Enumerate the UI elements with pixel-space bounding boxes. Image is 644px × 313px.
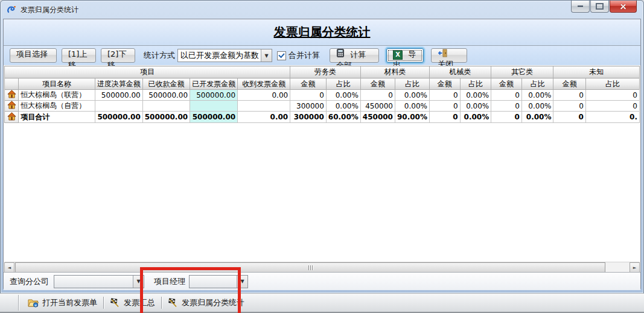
data-cell[interactable]: 0 <box>491 90 522 101</box>
data-cell[interactable]: 0 <box>491 101 522 112</box>
filter-row: 查询分公司 ▼ 项目经理 ▼ <box>4 272 640 290</box>
data-cell[interactable]: 0 <box>429 101 460 112</box>
scroll-left-arrow[interactable]: ◄ <box>4 262 14 273</box>
scrollbar-thumb[interactable] <box>15 262 605 273</box>
data-cell[interactable] <box>95 101 142 112</box>
data-cell[interactable]: 0 <box>360 90 395 101</box>
data-cell[interactable]: 0 <box>585 101 639 112</box>
table-row: 项目合计500000.00500000.00500000.000.0030000… <box>5 112 640 123</box>
data-cell[interactable] <box>142 101 190 112</box>
data-cell[interactable]: 500000.00 <box>95 90 142 101</box>
group-header: 未知 <box>553 66 640 78</box>
data-cell[interactable]: 500000.00 <box>95 112 142 123</box>
window-title: 发票归属分类统计 <box>21 5 78 15</box>
data-cell[interactable]: 60.00% <box>326 112 360 123</box>
column-header[interactable]: 已收款金额 <box>142 78 190 90</box>
data-cell[interactable]: 0.00% <box>395 101 429 112</box>
column-header[interactable]: 金额 <box>290 78 327 90</box>
data-cell[interactable]: 0.00% <box>521 112 553 123</box>
calc-all-button[interactable]: 计算全部 <box>330 48 379 63</box>
data-cell[interactable]: 300000 <box>290 101 327 112</box>
data-cell[interactable]: 0 <box>290 90 327 101</box>
move-down-button[interactable]: [2]下移 <box>101 48 135 63</box>
data-cell[interactable]: 0.00% <box>326 101 360 112</box>
excel-icon: X <box>393 50 403 60</box>
merge-calc-checkbox[interactable] <box>277 51 286 60</box>
row-selector-house-icon[interactable] <box>5 112 19 123</box>
column-header[interactable] <box>5 78 19 90</box>
column-header[interactable]: 金额 <box>553 78 585 90</box>
data-cell[interactable]: 0 <box>585 90 639 101</box>
chevron-down-icon[interactable]: ▼ <box>237 276 247 288</box>
column-header[interactable]: 占比 <box>585 78 639 90</box>
data-cell[interactable]: 300000 <box>290 112 327 123</box>
close-icon <box>619 2 627 10</box>
column-header[interactable]: 占比 <box>395 78 429 90</box>
row-selector-house-icon[interactable] <box>5 101 19 112</box>
data-cell[interactable]: 0 <box>553 90 585 101</box>
data-cell[interactable]: 0 <box>553 101 585 112</box>
tab-invoice-attribution-stats[interactable]: 发票归属分类统计 <box>162 295 250 311</box>
column-header[interactable]: 金额 <box>491 78 522 90</box>
calculator-icon <box>336 49 345 57</box>
data-cell[interactable]: 0.00% <box>521 101 553 112</box>
checkered-flag-icon <box>168 298 178 308</box>
maximize-button[interactable] <box>590 1 609 13</box>
main-panel: 发票归属分类统计 项目选择 [1]上移 [2]下移 统计方式 以已开发票金额为基… <box>3 19 641 289</box>
column-header[interactable]: 占比 <box>521 78 553 90</box>
project-name-cell[interactable]: 恒大棕榈岛（联营） <box>19 90 95 101</box>
horizontal-scrollbar[interactable]: ◄ ► <box>4 262 640 273</box>
data-cell[interactable]: 0.00% <box>326 90 360 101</box>
chevron-down-icon[interactable]: ▼ <box>133 276 144 288</box>
data-cell[interactable]: 450000 <box>360 112 395 123</box>
column-header[interactable]: 金额 <box>360 78 395 90</box>
move-up-button[interactable]: [1]上移 <box>62 48 96 63</box>
data-cell[interactable]: 0.00 <box>238 112 290 123</box>
column-header[interactable]: 占比 <box>460 78 491 90</box>
close-button[interactable] <box>610 1 637 13</box>
column-header[interactable]: 已开发票金额 <box>190 78 238 90</box>
project-name-cell[interactable]: 恒大棕榈岛（自营） <box>19 101 95 112</box>
data-cell[interactable]: 0.00 <box>238 90 290 101</box>
data-cell[interactable]: 450000 <box>360 101 395 112</box>
data-cell[interactable]: 0.00% <box>395 90 429 101</box>
manager-combobox[interactable]: ▼ <box>189 275 248 288</box>
stat-method-combobox[interactable]: 以已开发票金额为基数 ▼ <box>177 49 272 62</box>
table-row: 恒大棕榈岛（自营）3000000.00%4500000.00%00.00%00.… <box>5 101 640 112</box>
column-header[interactable]: 进度决算金额 <box>95 78 142 90</box>
data-cell[interactable]: 500000.00 <box>142 90 190 101</box>
scroll-right-arrow[interactable]: ► <box>630 262 640 273</box>
table-row: 恒大棕榈岛（联营）500000.00500000.00500000.000.00… <box>5 90 640 101</box>
row-selector-house-icon[interactable] <box>5 90 19 101</box>
close-form-button[interactable]: 关闭 <box>431 48 467 63</box>
branch-combobox[interactable]: ▼ <box>54 275 144 288</box>
tab-invoice-summary[interactable]: 发票汇总 <box>104 295 161 311</box>
tab-open-current-invoice[interactable]: e 打开当前发票单 <box>22 295 103 311</box>
column-header[interactable]: 金额 <box>429 78 460 90</box>
chevron-down-icon[interactable]: ▼ <box>261 49 272 62</box>
exit-door-icon <box>438 49 447 57</box>
data-cell[interactable]: 90.00% <box>395 112 429 123</box>
data-cell[interactable]: 0.00% <box>521 90 553 101</box>
data-cell[interactable]: 0 <box>553 112 585 123</box>
data-cell[interactable]: 500000.00 <box>142 112 190 123</box>
branch-filter-label: 查询分公司 <box>10 276 49 287</box>
minimize-button[interactable] <box>571 1 590 13</box>
project-name-cell[interactable]: 项目合计 <box>19 112 95 123</box>
data-cell[interactable]: 0 <box>429 90 460 101</box>
data-cell[interactable]: 500000.00 <box>190 90 238 101</box>
data-cell[interactable]: 500000.00 <box>190 112 238 123</box>
data-cell[interactable] <box>238 101 290 112</box>
data-cell[interactable]: 0.00% <box>460 112 491 123</box>
data-cell[interactable]: 0 <box>491 112 522 123</box>
data-cell[interactable]: 0.00% <box>460 101 491 112</box>
project-select-button[interactable]: 项目选择 <box>10 48 57 63</box>
export-button[interactable]: X 导出 <box>386 48 424 63</box>
data-cell[interactable]: 0 <box>429 112 460 123</box>
data-cell[interactable] <box>190 101 238 112</box>
column-header[interactable]: 占比 <box>326 78 360 90</box>
data-cell[interactable]: 0.00% <box>460 90 491 101</box>
data-cell[interactable]: 0. <box>585 112 639 123</box>
column-header[interactable]: 项目名称 <box>19 78 95 90</box>
column-header[interactable]: 收到发票金额 <box>238 78 290 90</box>
